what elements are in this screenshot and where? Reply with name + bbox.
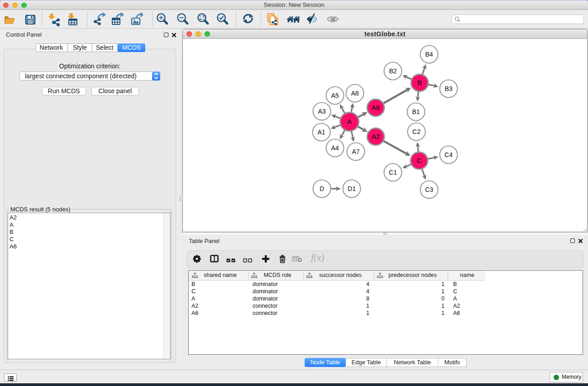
svg-text:B1: B1 <box>412 108 420 115</box>
svg-text:A2: A2 <box>372 133 380 140</box>
svg-text:B4: B4 <box>425 51 433 58</box>
svg-text:A7: A7 <box>352 148 359 155</box>
svg-text:C2: C2 <box>412 128 421 135</box>
svg-text:C: C <box>416 157 421 164</box>
svg-text:C1: C1 <box>389 169 397 176</box>
svg-text:A: A <box>347 118 352 125</box>
svg-text:B: B <box>417 79 422 86</box>
svg-text:C4: C4 <box>445 151 453 158</box>
svg-text:A3: A3 <box>318 108 325 115</box>
svg-text:D1: D1 <box>348 185 356 192</box>
svg-text:A8: A8 <box>351 90 359 97</box>
svg-text:C3: C3 <box>425 186 433 193</box>
svg-text:A5: A5 <box>331 92 339 99</box>
svg-text:D: D <box>320 185 324 192</box>
svg-text:A6: A6 <box>372 104 380 111</box>
svg-text:B2: B2 <box>389 67 397 75</box>
svg-text:A1: A1 <box>317 129 325 136</box>
svg-text:A4: A4 <box>331 144 339 152</box>
svg-text:B3: B3 <box>445 85 452 92</box>
